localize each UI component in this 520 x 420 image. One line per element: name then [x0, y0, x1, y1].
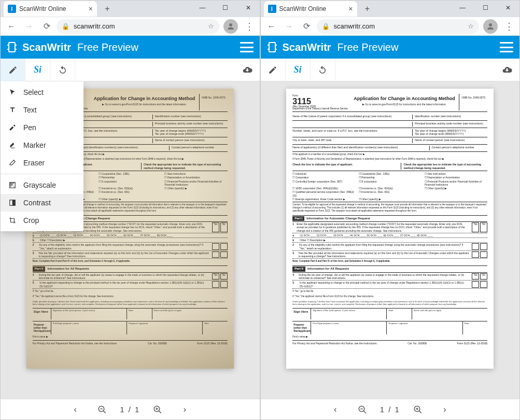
new-tab-button[interactable]: +: [360, 2, 375, 16]
svg-rect-8: [269, 43, 275, 52]
dropdown-grayscale[interactable]: Grayscale: [1, 176, 83, 194]
browser-menu-button[interactable]: ⋮: [242, 21, 257, 32]
dropdown-text[interactable]: Text: [1, 101, 83, 119]
nav-forward-button[interactable]: →: [282, 19, 297, 34]
editor-toolbar: Si: [261, 59, 520, 81]
url-text: scanwritr.com: [74, 22, 115, 30]
app-logo[interactable]: ScanWritr Free Preview: [6, 41, 138, 53]
url-input[interactable]: 🔒 scanwritr.com ☆: [317, 19, 480, 34]
app-menu-button[interactable]: [240, 42, 254, 52]
canvas-area[interactable]: Form 3115 (Rev. December 2018) Departmen…: [261, 81, 520, 399]
crop-icon: [8, 217, 17, 224]
zoom-in-button[interactable]: [409, 400, 427, 419]
browser-tab[interactable]: I ScanWritr Online ×: [4, 1, 97, 17]
app-subtitle: Free Preview: [77, 41, 138, 53]
marker-icon: [8, 142, 17, 149]
bookmark-icon[interactable]: ☆: [208, 22, 214, 30]
pager: ‹ 1 / 1 ›: [1, 399, 260, 419]
pager-next-button[interactable]: ›: [435, 400, 454, 419]
dropdown-eraser[interactable]: Eraser: [1, 154, 83, 172]
app-logo-icon: [266, 41, 278, 53]
zoom-out-icon: [358, 405, 367, 414]
cloud-download-icon: [242, 65, 252, 75]
svg-point-7: [489, 23, 492, 26]
zoom-out-button[interactable]: [93, 400, 111, 419]
text-icon: [8, 106, 17, 114]
zoom-out-button[interactable]: [353, 400, 372, 419]
app-header: ScanWritr Free Preview: [1, 36, 260, 59]
undo-button[interactable]: [311, 59, 335, 81]
browser-menu-button[interactable]: ⋮: [502, 21, 516, 32]
signature-tool-button[interactable]: Si: [25, 59, 50, 81]
nav-back-button[interactable]: ←: [4, 19, 19, 34]
close-button[interactable]: ✕: [237, 1, 260, 15]
favicon-icon: I: [8, 5, 16, 13]
pen-icon: [8, 124, 17, 131]
lock-icon: 🔒: [322, 23, 330, 30]
pencil-icon: [8, 65, 18, 75]
undo-button[interactable]: [50, 59, 75, 81]
maximize-button[interactable]: ☐: [474, 1, 497, 15]
nav-reload-button[interactable]: ⟳: [299, 19, 315, 34]
pager-prev-button[interactable]: ‹: [66, 400, 85, 419]
zoom-in-icon: [153, 405, 162, 414]
profile-button[interactable]: [223, 19, 238, 34]
contrast-icon: [8, 199, 17, 206]
minimize-button[interactable]: —: [191, 1, 214, 15]
eraser-icon: [8, 159, 17, 166]
address-bar: ← → ⟳ 🔒 scanwritr.com ☆ ⋮: [261, 17, 520, 36]
download-button[interactable]: [495, 59, 519, 81]
app-menu-button[interactable]: [500, 42, 513, 52]
signature-tool-button[interactable]: Si: [286, 59, 311, 81]
tab-title: ScanWritr Online: [19, 5, 66, 12]
url-text: scanwritr.com: [334, 22, 375, 30]
dropdown-marker[interactable]: Marker: [1, 136, 83, 154]
address-bar: ← → ⟳ 🔒 scanwritr.com ☆ ⋮: [1, 17, 260, 36]
zoom-in-button[interactable]: [148, 400, 167, 419]
profile-icon: [226, 22, 235, 31]
minimize-button[interactable]: —: [451, 1, 474, 15]
undo-icon: [318, 65, 327, 75]
page-indicator: 1 / 1: [380, 405, 400, 414]
maximize-button[interactable]: ☐: [214, 1, 237, 15]
app-subtitle: Free Preview: [338, 41, 399, 53]
zoom-in-icon: [413, 405, 423, 414]
new-tab-button[interactable]: +: [100, 2, 115, 16]
close-button[interactable]: ✕: [497, 1, 519, 15]
undo-icon: [58, 65, 67, 75]
browser-window-right: I ScanWritr Online × + — ☐ ✕ ← → ⟳ 🔒 sca…: [260, 0, 521, 420]
nav-forward-button[interactable]: →: [21, 19, 37, 34]
dropdown-crop[interactable]: Crop: [1, 212, 83, 229]
canvas-area[interactable]: Select Text Pen Marker Eraser Grayscal: [1, 81, 260, 399]
svg-rect-4: [12, 200, 15, 206]
bookmark-icon[interactable]: ☆: [468, 22, 474, 30]
edit-tool-button[interactable]: [1, 59, 25, 81]
profile-button[interactable]: [483, 19, 498, 34]
pager-next-button[interactable]: ›: [175, 400, 194, 419]
window-controls: — ☐ ✕: [191, 1, 260, 15]
close-tab-icon[interactable]: ×: [348, 5, 353, 13]
lock-icon: 🔒: [62, 23, 69, 30]
dropdown-pen[interactable]: Pen: [1, 119, 83, 136]
titlebar: I ScanWritr Online × + — ☐ ✕: [261, 1, 520, 17]
nav-back-button[interactable]: ←: [264, 19, 279, 34]
nav-reload-button[interactable]: ⟳: [39, 19, 54, 34]
app-header: ScanWritr Free Preview: [261, 36, 520, 59]
pager: ‹ 1 / 1 ›: [261, 399, 520, 419]
browser-tab[interactable]: I ScanWritr Online ×: [264, 1, 357, 17]
profile-icon: [486, 22, 495, 31]
dropdown-contrast[interactable]: Contrast: [1, 194, 83, 212]
tab-title: ScanWritr Online: [279, 5, 326, 12]
app-name: ScanWritr: [283, 41, 331, 53]
document-page-processed[interactable]: Form 3115 (Rev. December 2018) Departmen…: [286, 89, 494, 369]
cursor-icon: [8, 89, 17, 96]
zoom-out-icon: [97, 405, 107, 414]
pager-prev-button[interactable]: ‹: [326, 400, 345, 419]
favicon-icon: I: [268, 5, 276, 13]
url-input[interactable]: 🔒 scanwritr.com ☆: [57, 19, 219, 34]
app-logo[interactable]: ScanWritr Free Preview: [266, 41, 399, 53]
close-tab-icon[interactable]: ×: [89, 5, 93, 13]
download-button[interactable]: [235, 59, 260, 81]
edit-tool-button[interactable]: [261, 59, 286, 81]
dropdown-select[interactable]: Select: [1, 83, 83, 101]
